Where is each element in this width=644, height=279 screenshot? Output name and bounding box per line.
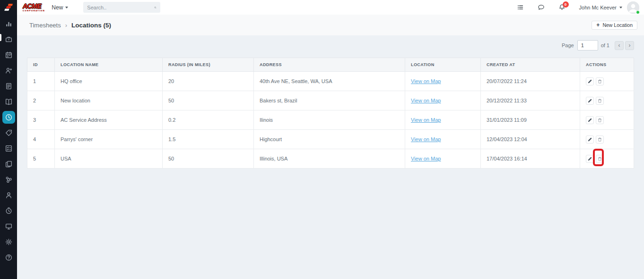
- sidebar-item-tags[interactable]: [0, 125, 17, 141]
- new-location-button[interactable]: + New Location: [592, 21, 637, 30]
- active-pill: [2, 111, 15, 124]
- breadcrumb-parent[interactable]: Timesheets: [29, 22, 61, 29]
- edit-button[interactable]: [586, 155, 594, 163]
- sidebar-item-contacts[interactable]: [0, 63, 17, 78]
- monitor-icon: [5, 222, 13, 230]
- notifications-button[interactable]: 0: [558, 4, 566, 11]
- edit-button[interactable]: [586, 97, 594, 105]
- sidebar-item-devices[interactable]: [0, 219, 17, 234]
- delete-button[interactable]: [596, 135, 604, 144]
- delete-button[interactable]: [596, 97, 604, 105]
- col-header-radius: RADIUS (IN MILES): [163, 58, 254, 72]
- cell-location-name: New location: [55, 91, 163, 110]
- brand-name: ACME: [23, 3, 45, 9]
- col-header-created-at: CREATED AT: [481, 58, 580, 72]
- gear-icon: [5, 238, 13, 246]
- sidebar-item-documents[interactable]: [0, 156, 17, 172]
- sidebar-item-projects[interactable]: [0, 32, 17, 47]
- view-on-map-link[interactable]: View on Map: [411, 156, 441, 161]
- edit-button[interactable]: [586, 135, 594, 144]
- cell-radius: 0.2: [163, 110, 254, 130]
- sidebar-item-calendar[interactable]: [0, 47, 17, 63]
- sidebar-item-people[interactable]: [0, 187, 17, 203]
- sidebar-item-reports[interactable]: [0, 78, 17, 94]
- delete-button[interactable]: [596, 155, 604, 163]
- plus-icon: +: [596, 22, 600, 28]
- delete-button[interactable]: [596, 77, 604, 85]
- sidebar-item-settings[interactable]: [0, 234, 17, 250]
- sidebar-item-tasks[interactable]: [0, 141, 17, 156]
- cell-created-at: 17/04/2023 16:14: [481, 149, 580, 169]
- timer-icon: [5, 207, 13, 215]
- cell-created-at: 12/04/2023 12:04: [481, 130, 580, 149]
- app-window: ACME CORPORATION New 0: [0, 0, 644, 279]
- new-dropdown[interactable]: New: [52, 4, 68, 11]
- col-header-id: ID: [27, 58, 55, 72]
- notification-badge: 0: [563, 1, 569, 8]
- pencil-icon: [587, 98, 592, 103]
- sidebar-item-help[interactable]: [0, 250, 17, 265]
- view-on-map-link[interactable]: View on Map: [411, 98, 441, 103]
- avatar[interactable]: [627, 1, 639, 14]
- view-on-map-link[interactable]: View on Map: [411, 78, 441, 84]
- search-icon[interactable]: [154, 5, 157, 10]
- page-number-input[interactable]: [577, 40, 598, 51]
- messages-button[interactable]: [538, 4, 545, 11]
- cell-location-name: AC Service Address: [55, 110, 163, 130]
- col-header-actions: ACTIONS: [580, 58, 634, 72]
- chevron-down-icon: [65, 7, 68, 8]
- tag-icon: [5, 129, 13, 137]
- cell-id: 3: [27, 110, 55, 130]
- new-dropdown-label: New: [52, 4, 63, 11]
- cell-created-at: 31/01/2023 11:09: [481, 110, 580, 130]
- user-name: John Mc Keever: [579, 5, 617, 10]
- cell-address: Bakers st, Brazil: [254, 91, 405, 110]
- sidebar-item-integrations[interactable]: [0, 172, 17, 187]
- col-header-location: LOCATION: [405, 58, 481, 72]
- search-bar: [83, 2, 160, 13]
- cell-id: 4: [27, 130, 55, 149]
- sidebar-item-library[interactable]: [0, 94, 17, 110]
- cell-id: 1: [27, 72, 55, 91]
- top-navbar: ACME CORPORATION New 0: [17, 0, 644, 15]
- sidebar: [0, 0, 17, 279]
- new-location-label: New Location: [602, 22, 633, 28]
- edit-button[interactable]: [586, 77, 594, 85]
- col-header-location-name: LOCATION NAME: [55, 58, 163, 72]
- cell-address: Ilinois: [254, 110, 405, 130]
- table-row: 4 Parrys' corner 1.5 Highcourt View on M…: [27, 130, 634, 149]
- page-title: Locations (5): [71, 22, 111, 29]
- user-menu[interactable]: John Mc Keever: [579, 5, 622, 10]
- list-menu-button[interactable]: [517, 4, 524, 11]
- brand-logo[interactable]: ACME CORPORATION: [23, 3, 45, 12]
- view-on-map-link[interactable]: View on Map: [411, 136, 441, 142]
- sidebar-nav: [0, 15, 17, 265]
- briefcase-icon: [5, 35, 13, 43]
- chat-bubble-icon: [538, 4, 545, 11]
- search-input[interactable]: [87, 5, 154, 10]
- topbar-right: 0 John Mc Keever: [517, 1, 640, 14]
- sidebar-item-timesheets[interactable]: [0, 110, 17, 125]
- cell-location-name: Parrys' corner: [55, 130, 163, 149]
- next-page-button[interactable]: ›: [625, 41, 634, 50]
- table-row: 5 USA 50 Illinois, USA View on Map 17/04…: [27, 149, 634, 169]
- cell-location-name: HQ office: [55, 72, 163, 91]
- checklist-icon: [5, 144, 13, 152]
- cell-radius: 50: [163, 149, 254, 169]
- content-area: Page of 1 ‹ › ID LOCATION NAME RADIUS (I…: [17, 35, 644, 279]
- pagination: Page of 1 ‹ ›: [27, 40, 634, 51]
- app-logo[interactable]: [0, 0, 17, 15]
- delete-button[interactable]: [596, 116, 604, 124]
- edit-button[interactable]: [586, 116, 594, 124]
- prev-page-button[interactable]: ‹: [615, 41, 624, 50]
- book-icon: [5, 98, 13, 106]
- sidebar-item-history[interactable]: [0, 203, 17, 219]
- pencil-icon: [587, 79, 592, 84]
- sidebar-item-analytics[interactable]: [0, 16, 17, 32]
- view-on-map-link[interactable]: View on Map: [411, 117, 441, 123]
- cell-created-at: 20/12/2022 11:33: [481, 91, 580, 110]
- page-of-label: of 1: [601, 42, 609, 48]
- cell-id: 2: [27, 91, 55, 110]
- sidebar-edge-indicator: [0, 34, 1, 41]
- document-icon: [5, 82, 13, 90]
